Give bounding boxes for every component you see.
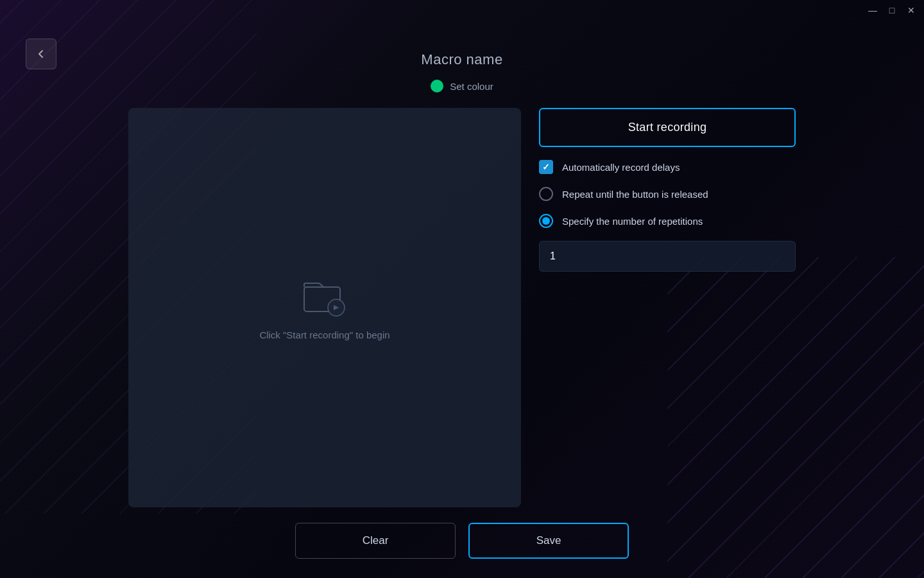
repeat-until-released-label: Repeat until the button is released (562, 189, 708, 200)
specify-repetitions-row[interactable]: Specify the number of repetitions (539, 214, 796, 228)
maximize-button[interactable]: □ (887, 5, 897, 15)
colour-dot (431, 80, 443, 92)
set-colour-row[interactable]: Set colour (0, 80, 924, 92)
specify-repetitions-label: Specify the number of repetitions (562, 216, 703, 227)
clear-button[interactable]: Clear (295, 523, 456, 559)
minimize-button[interactable]: — (868, 5, 878, 15)
page-title: Macro name (0, 51, 924, 68)
title-bar: — □ ✕ (0, 0, 924, 21)
auto-record-delays-row[interactable]: ✓ Automatically record delays (539, 160, 796, 174)
close-button[interactable]: ✕ (906, 5, 916, 15)
main-content: Click "Start recording" to begin Start r… (0, 92, 924, 507)
back-button[interactable] (26, 39, 56, 69)
start-recording-button[interactable]: Start recording (539, 108, 796, 147)
auto-record-delays-label: Automatically record delays (562, 162, 680, 173)
auto-record-delays-checkbox[interactable]: ✓ (539, 160, 553, 174)
recording-panel: Click "Start recording" to begin (128, 108, 521, 507)
repeat-until-released-row[interactable]: Repeat until the button is released (539, 187, 796, 201)
window-controls: — □ ✕ (868, 5, 916, 15)
recording-hint: Click "Start recording" to begin (259, 329, 389, 340)
repetitions-input[interactable] (539, 241, 796, 272)
back-icon (35, 48, 47, 60)
bottom-bar: Clear Save (0, 507, 924, 578)
right-panel: Start recording ✓ Automatically record d… (539, 108, 796, 507)
folder-record-icon (302, 276, 348, 319)
repeat-until-released-radio[interactable] (539, 187, 553, 201)
specify-repetitions-radio[interactable] (539, 214, 553, 228)
save-button[interactable]: Save (468, 523, 629, 559)
set-colour-label[interactable]: Set colour (450, 81, 493, 92)
checkmark-icon: ✓ (542, 162, 550, 172)
